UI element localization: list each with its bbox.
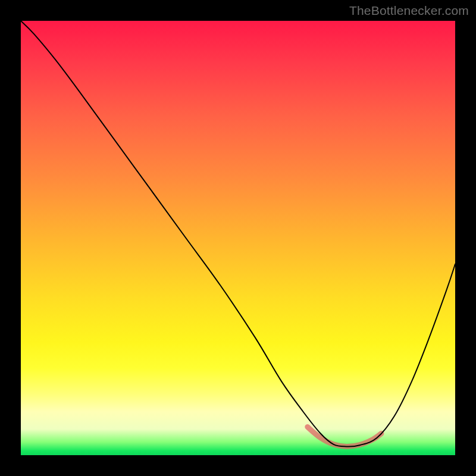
watermark-text: TheBottlenecker.com <box>349 4 469 18</box>
chart-frame: TheBottlenecker.com <box>0 0 476 476</box>
bottleneck-curve <box>21 21 455 447</box>
curve-layer <box>21 21 455 455</box>
valley-highlight <box>308 427 381 447</box>
plot-area <box>21 21 455 455</box>
